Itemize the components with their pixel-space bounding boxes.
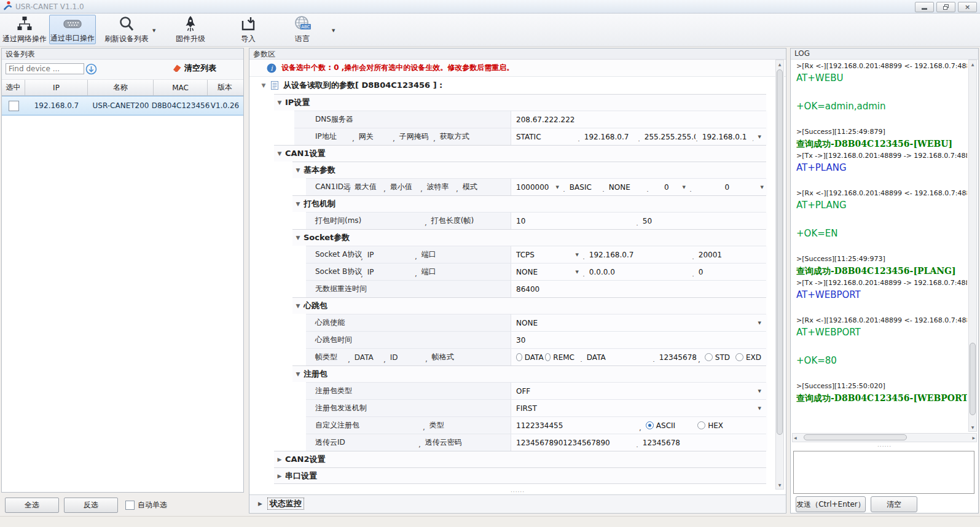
scrollbar-thumb[interactable] — [970, 343, 976, 415]
col-version[interactable]: 版本 — [208, 80, 242, 95]
socket-a-port-value[interactable]: 20001 — [692, 251, 767, 259]
heartbeat-time-value[interactable]: 30 — [516, 336, 767, 345]
register-send-select[interactable]: FIRST — [516, 404, 767, 413]
collapse-arrow-icon[interactable]: ▼ — [292, 235, 304, 241]
radio-data[interactable] — [516, 353, 522, 361]
select-all-button[interactable]: 全选 — [5, 498, 59, 513]
heartbeat-enable-select[interactable]: NONE — [516, 319, 767, 327]
collapse-arrow-icon[interactable]: ▼ — [257, 82, 270, 88]
col-name[interactable]: 名称 — [88, 80, 154, 95]
expand-arrow-icon[interactable]: ▶ — [274, 473, 285, 479]
auto-single-checkbox[interactable] — [125, 501, 135, 510]
filter-value[interactable]: NONE — [602, 183, 646, 192]
min-select[interactable]: 0 — [689, 183, 767, 192]
register-type-select[interactable]: OFF — [516, 387, 767, 396]
section-pack-mechanism[interactable]: ▼ 打包机制 — [292, 195, 766, 212]
collapse-arrow-icon[interactable]: ▼ — [292, 201, 304, 207]
socket-b-ip-value[interactable]: 0.0.0.0 — [582, 268, 692, 276]
toolbar-language[interactable]: ABC 语言 — [284, 15, 321, 44]
expand-arrow-icon[interactable]: ▶ — [258, 501, 268, 507]
dns-value[interactable]: 208.67.222.222 — [516, 115, 767, 124]
toolbar-refresh-devices[interactable]: 刷新设备列表 ▼ — [97, 15, 156, 44]
section-can2-settings[interactable]: ▶ CAN2设置 — [274, 451, 766, 467]
scroll-down-icon[interactable]: ▼ — [776, 481, 783, 489]
cloud-id-value[interactable]: 12345678901234567890 — [516, 439, 636, 447]
close-button[interactable]: × — [958, 2, 977, 12]
toolbar-import[interactable]: 导入 — [230, 15, 267, 44]
reconnect-value[interactable]: 86400 — [516, 285, 767, 294]
search-input[interactable] — [6, 63, 84, 74]
section-register-packet[interactable]: ▼ 注册包 — [292, 365, 766, 382]
section-basic-params[interactable]: ▼ 基本参数 — [292, 162, 766, 178]
parameter-scrollbar[interactable]: ▲ ▼ — [775, 60, 784, 490]
pack-time-value[interactable]: 10 — [516, 217, 636, 225]
search-go-button[interactable] — [85, 63, 97, 77]
collapse-arrow-icon[interactable]: ▼ — [274, 100, 285, 106]
param-label: 端口 — [415, 267, 436, 277]
scroll-up-icon[interactable]: ▲ — [776, 60, 783, 68]
language-dropdown-caret[interactable]: ▼ — [332, 28, 335, 33]
expand-arrow-icon[interactable]: ▶ — [274, 456, 285, 463]
mask-value[interactable]: 255.255.255.0 — [638, 133, 696, 141]
cloud-password-value[interactable]: 12345678 — [636, 439, 767, 447]
auto-single-select[interactable]: 自动单选 — [125, 500, 167, 510]
log-vertical-scrollbar[interactable]: ▲ ▼ — [968, 60, 977, 432]
toolbar-network-operate[interactable]: 通过网络操作 — [1, 15, 49, 44]
collapse-arrow-icon[interactable]: ▼ — [292, 371, 304, 377]
collapse-arrow-icon[interactable]: ▼ — [292, 303, 304, 309]
ip-value[interactable]: 192.168.0.7 — [578, 133, 638, 141]
scrollbar-thumb[interactable] — [777, 69, 783, 435]
scroll-left-icon[interactable]: ◀ — [794, 435, 797, 440]
collapse-arrow-icon[interactable]: ▼ — [274, 150, 285, 157]
send-button[interactable]: 发送（Ctrl+Enter） — [796, 496, 866, 512]
socket-a-protocol-select[interactable]: TCPS — [516, 251, 582, 259]
frame-data-value[interactable]: DATA — [580, 353, 653, 362]
col-ip[interactable]: IP — [25, 80, 88, 95]
dropdown-caret[interactable]: ▼ — [752, 135, 761, 139]
clear-list-button[interactable]: 清空列表 — [171, 63, 216, 74]
col-mac[interactable]: MAC — [154, 80, 208, 95]
radio-hex[interactable] — [697, 421, 705, 429]
baudrate-select[interactable]: 1000000 — [516, 183, 563, 192]
col-checked[interactable]: 选中 — [2, 80, 25, 95]
invert-selection-button[interactable]: 反选 — [64, 498, 118, 513]
scroll-right-icon[interactable]: ▶ — [972, 435, 975, 440]
status-monitor-row[interactable]: ▶ 状态监控 — [249, 494, 786, 512]
ip-mode-value[interactable]: STATIC — [516, 133, 578, 141]
log-splitter-handle[interactable]: ······ — [791, 444, 978, 449]
clear-log-button[interactable]: 清空 — [871, 496, 917, 512]
command-input[interactable] — [793, 451, 974, 494]
toolbar-serial-operate[interactable]: 通过串口操作 — [49, 15, 96, 44]
section-socket-params[interactable]: ▼ Socket参数 — [292, 229, 766, 246]
device-row[interactable]: 192.168.0.7 USR-CANET200 D8B04C123456 V1… — [2, 96, 243, 115]
section-ip-settings[interactable]: ▼ IP设置 — [274, 94, 766, 111]
scroll-up-icon[interactable]: ▲ — [969, 60, 976, 68]
frame-id-value[interactable]: 12345678 — [653, 353, 698, 362]
section-serial-settings[interactable]: ▶ 串口设置 — [274, 467, 766, 484]
custom-register-value[interactable]: 1122334455 — [516, 421, 639, 430]
scroll-down-icon[interactable]: ▼ — [969, 423, 976, 431]
socket-a-ip-value[interactable]: 192.168.0.7 — [582, 251, 692, 259]
radio-std[interactable] — [705, 353, 713, 361]
scrollbar-thumb[interactable] — [804, 434, 907, 440]
pack-length-value[interactable]: 50 — [636, 217, 767, 225]
radio-ascii[interactable] — [646, 421, 654, 429]
log-lines[interactable]: >[Rx <-][192.168.0.201:48899 <- 192.168.… — [792, 60, 967, 432]
collapse-arrow-icon[interactable]: ▼ — [292, 167, 304, 173]
mode-value[interactable]: BASIC — [563, 183, 602, 192]
socket-b-port-value[interactable]: 0 — [692, 268, 767, 276]
device-checkbox[interactable] — [9, 101, 19, 111]
socket-b-protocol-select[interactable]: NONE — [516, 268, 582, 276]
restore-button[interactable] — [936, 2, 955, 12]
section-can1-settings[interactable]: ▼ CAN1设置 — [274, 145, 766, 162]
radio-exd[interactable] — [735, 353, 743, 361]
panel-splitter-handle[interactable]: ······ — [249, 490, 786, 494]
log-horizontal-scrollbar[interactable]: ◀ ▶ — [792, 433, 977, 442]
tree-root-row[interactable]: ▼ 从设备读取到的参数[ D8B04C123456 ] : — [249, 77, 786, 94]
max-select[interactable]: 0 — [646, 183, 689, 192]
refresh-dropdown-caret[interactable]: ▼ — [152, 28, 155, 33]
toolbar-firmware-upgrade[interactable]: 固件升级 — [165, 15, 216, 44]
section-heartbeat[interactable]: ▼ 心跳包 — [292, 297, 766, 314]
radio-remote[interactable] — [545, 353, 551, 361]
minimize-button[interactable] — [915, 2, 934, 12]
